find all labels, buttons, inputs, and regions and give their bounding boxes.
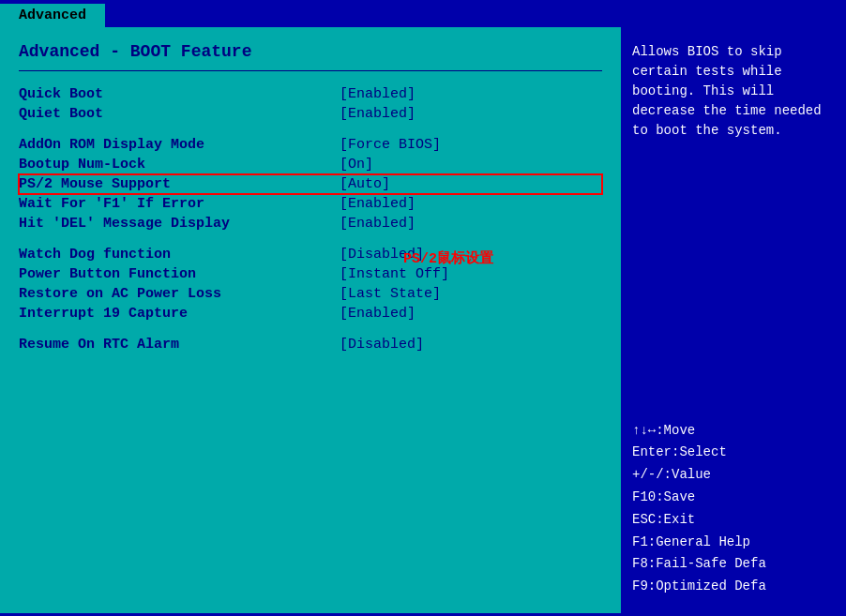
setting-label: Power Button Function bbox=[19, 264, 340, 284]
setting-label: Hit 'DEL' Message Display bbox=[19, 214, 340, 233]
setting-label: Quiet Boot bbox=[19, 104, 340, 124]
section-divider bbox=[19, 70, 602, 71]
nav-help-item: F8:Fail-Safe Defa bbox=[632, 553, 835, 576]
settings-row: Restore on AC Power Loss [Last State] bbox=[19, 284, 602, 304]
setting-label: Quick Boot bbox=[19, 84, 340, 104]
left-panel: Advanced - BOOT Feature Quick Boot [Enab… bbox=[0, 27, 621, 613]
settings-row: Wait For 'F1' If Error [Enabled] bbox=[19, 194, 602, 214]
nav-help-item: ↑↓↔:Move bbox=[632, 420, 835, 443]
settings-row: Power Button Function [Instant Off] bbox=[19, 264, 602, 284]
main-container: Advanced - BOOT Feature Quick Boot [Enab… bbox=[0, 27, 846, 613]
nav-help-item: F10:Save bbox=[632, 487, 835, 509]
setting-value: [Enabled] bbox=[340, 214, 602, 233]
settings-row: Resume On RTC Alarm [Disabled] bbox=[19, 335, 602, 354]
settings-table: Quick Boot [Enabled] Quiet Boot [Enabled… bbox=[19, 84, 602, 354]
settings-row[interactable]: PS/2 Mouse Support [Auto] bbox=[19, 174, 602, 194]
setting-value: [Disabled] bbox=[340, 335, 602, 354]
setting-value: [Last State] bbox=[340, 284, 602, 304]
setting-value: [Enabled] bbox=[340, 194, 602, 214]
setting-label: Wait For 'F1' If Error bbox=[19, 194, 340, 214]
setting-value: [Enabled] bbox=[340, 104, 602, 124]
setting-value: [Enabled] bbox=[340, 84, 602, 104]
setting-label: Resume On RTC Alarm bbox=[19, 335, 340, 354]
setting-value: [Enabled] bbox=[340, 304, 602, 323]
setting-label: Bootup Num-Lock bbox=[19, 155, 340, 174]
settings-spacer bbox=[19, 124, 602, 135]
settings-spacer bbox=[19, 233, 602, 245]
setting-label: PS/2 Mouse Support bbox=[19, 174, 340, 194]
settings-row: Watch Dog function [Disabled] bbox=[19, 245, 602, 264]
settings-row: Quiet Boot [Enabled] bbox=[19, 104, 602, 124]
settings-spacer bbox=[19, 323, 602, 335]
setting-value: [On] bbox=[340, 155, 602, 174]
setting-label: Watch Dog function bbox=[19, 245, 340, 264]
nav-help-item: +/-/:Value bbox=[632, 464, 835, 487]
right-panel: Allows BIOS to skip certain tests while … bbox=[621, 27, 846, 613]
setting-value: [Force BIOS] bbox=[340, 135, 602, 155]
setting-label: Restore on AC Power Loss bbox=[19, 284, 340, 304]
setting-label: Interrupt 19 Capture bbox=[19, 304, 340, 323]
nav-help: ↑↓↔:MoveEnter:Select+/-/:ValueF10:SaveES… bbox=[632, 420, 835, 598]
nav-help-item: F1:General Help bbox=[632, 532, 835, 554]
nav-help-item: Enter:Select bbox=[632, 442, 835, 464]
setting-value: [Auto] bbox=[340, 174, 602, 194]
settings-row: Interrupt 19 Capture [Enabled] bbox=[19, 304, 602, 323]
settings-row: Quick Boot [Enabled] bbox=[19, 84, 602, 104]
setting-label: AddOn ROM Display Mode bbox=[19, 135, 340, 155]
tab-advanced[interactable]: Advanced bbox=[0, 4, 105, 27]
nav-help-item: ESC:Exit bbox=[632, 509, 835, 532]
settings-row: Hit 'DEL' Message Display [Enabled] bbox=[19, 214, 602, 233]
setting-value: [Instant Off] bbox=[340, 264, 602, 284]
section-title: Advanced - BOOT Feature bbox=[19, 42, 602, 61]
nav-help-item: F9:Optimized Defa bbox=[632, 576, 835, 598]
ps2-annotation: PS/2鼠标设置 bbox=[403, 249, 493, 267]
help-description: Allows BIOS to skip certain tests while … bbox=[632, 42, 835, 141]
settings-row: AddOn ROM Display Mode [Force BIOS] bbox=[19, 135, 602, 155]
settings-row: Bootup Num-Lock [On] bbox=[19, 155, 602, 174]
tab-bar: Advanced bbox=[0, 0, 846, 27]
